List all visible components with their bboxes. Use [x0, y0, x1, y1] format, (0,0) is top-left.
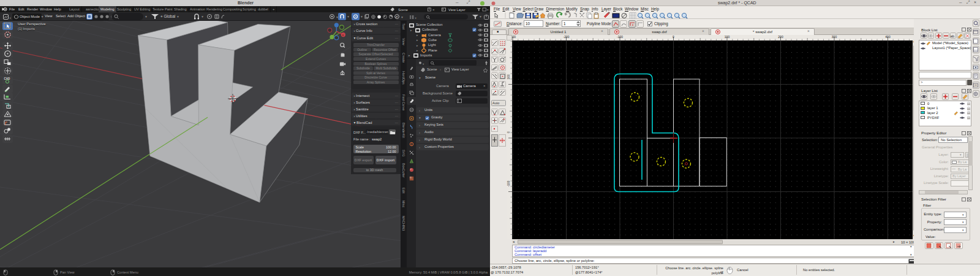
svg-text:▾: ▾	[10, 16, 12, 19]
svg-text:▼: ▼	[401, 15, 404, 19]
svg-text:▾: ▾	[423, 63, 424, 66]
svg-text:ab: ab	[951, 34, 955, 38]
svg-text:x: x	[342, 33, 344, 37]
svg-text:-100: -100	[617, 35, 623, 39]
svg-text:-300: -300	[512, 35, 516, 39]
svg-text:×: ×	[487, 8, 489, 12]
svg-text:-200: -200	[563, 35, 569, 39]
svg-text:▾: ▾	[415, 17, 417, 20]
svg-text:+: +	[492, 40, 494, 44]
svg-text:400: 400	[885, 35, 891, 39]
svg-text:-100: -100	[507, 180, 510, 186]
svg-text:0: 0	[673, 35, 674, 39]
svg-text:100: 100	[725, 35, 730, 39]
svg-text:200: 200	[778, 35, 783, 39]
svg-text:0: 0	[507, 131, 510, 133]
svg-text:300: 300	[832, 35, 837, 39]
svg-text:100: 100	[507, 74, 510, 80]
svg-text:×: ×	[432, 8, 435, 12]
